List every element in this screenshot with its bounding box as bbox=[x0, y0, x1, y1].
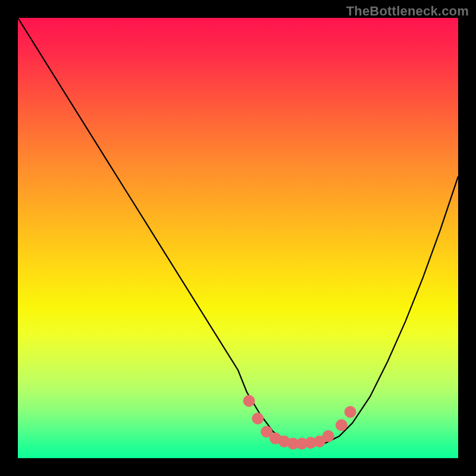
plot-area bbox=[18, 18, 458, 458]
marker-dot bbox=[336, 419, 347, 431]
marker-dot bbox=[243, 395, 255, 406]
chart-svg bbox=[18, 18, 458, 458]
marker-dot bbox=[345, 406, 356, 418]
bottom-markers bbox=[243, 395, 356, 449]
bottleneck-curve bbox=[18, 18, 458, 445]
watermark-text: TheBottleneck.com bbox=[346, 4, 469, 19]
marker-dot bbox=[252, 413, 264, 424]
marker-dot bbox=[322, 431, 334, 442]
chart-frame: TheBottleneck.com bbox=[0, 0, 476, 476]
